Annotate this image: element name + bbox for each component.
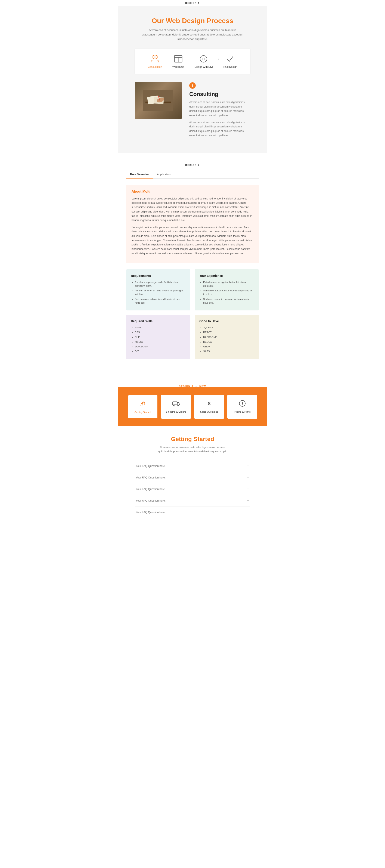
process-steps: Consultation → Wireframe → D	[135, 49, 250, 74]
hero-card-shipping-label: Shipping & Orders	[164, 410, 188, 413]
about-heading-highlight: Molti	[143, 190, 150, 193]
faq-item-1[interactable]: Your FAQ Question here. +	[135, 460, 250, 472]
faq-question-4: Your FAQ Question here.	[136, 499, 166, 502]
consulting-image	[135, 82, 182, 119]
list-item: GRUNT	[203, 345, 254, 348]
design1-subtitle: At vero eos et accusamus iusto odio dign…	[141, 28, 244, 41]
good-to-have-list: JQUERY REACT BACKBONE REDUX GRUNT SASS	[199, 326, 254, 353]
tabs: Role Overview Application	[126, 170, 259, 179]
list-item: PHP	[135, 336, 186, 339]
requirements-heading: Requirements	[131, 274, 186, 278]
getting-started-heading: Getting Started	[135, 436, 250, 442]
consulting-step-number: 1	[189, 82, 196, 89]
list-item: Est ullamcorper eget nulla facilisi etia…	[203, 280, 254, 288]
design3-hero: Getting Started Shipping & Orders	[118, 388, 267, 426]
hero-card-getting-started-label: Getting Started	[131, 411, 154, 413]
good-to-have-heading: Good to Have	[199, 319, 254, 323]
faq-question-3: Your FAQ Question here.	[136, 488, 166, 491]
list-item: HTML	[135, 326, 186, 330]
list-item: GIT	[135, 349, 186, 353]
faq-plus-4: +	[247, 498, 249, 503]
list-item: Aenean et tortor at risus viverra adipis…	[203, 289, 254, 296]
list-item: Aenean et tortor at risus viverra adipis…	[135, 289, 186, 296]
design3-label: DESIGN 3 – NEW	[118, 385, 267, 388]
faq-plus-5: +	[247, 510, 249, 515]
svg-rect-13	[173, 402, 177, 405]
hero-card-shipping[interactable]: Shipping & Orders	[161, 395, 191, 418]
list-item: JAVASCRIPT	[135, 345, 186, 348]
arrow-1: →	[165, 57, 169, 61]
about-para2: Eu feugiat pretium nibh ipsum consequat.…	[131, 225, 254, 256]
design3-header: DESIGN 3 – NEW	[118, 376, 267, 388]
title-start: Our	[152, 17, 166, 25]
list-item: JQUERY	[203, 326, 254, 330]
hero-card-pricing[interactable]: $ Pricing & Plans	[227, 395, 257, 418]
list-item: Sed arcu non odio euismod lacinia at qui…	[203, 298, 254, 305]
getting-started-icon	[131, 400, 154, 409]
gs-heading-start: Getting	[171, 436, 194, 442]
svg-point-0	[152, 56, 155, 59]
experience-heading: Your Experience	[199, 274, 254, 278]
step-divi[interactable]: D Design with Divi	[195, 54, 213, 68]
req-grid-top: Requirements Est ullamcorper eget nulla …	[126, 269, 259, 311]
step-wireframe[interactable]: Wireframe	[172, 54, 184, 68]
gs-heading-highlight: Started	[194, 436, 214, 442]
skills-card: Required Skills HTML CSS PHP MYSQL JAVAS…	[126, 315, 190, 359]
list-item: SASS	[203, 349, 254, 353]
tab-application[interactable]: Application	[153, 170, 175, 179]
step-final[interactable]: Final Design	[223, 54, 237, 68]
design1-title: Our Web Design Process	[135, 17, 250, 25]
shipping-icon	[164, 400, 188, 409]
consulting-para2: At vero eos et accusamus iusto odio dign…	[189, 120, 250, 138]
tab-role-overview[interactable]: Role Overview	[126, 170, 153, 179]
topbar-label: DESIGN 1	[185, 2, 200, 4]
step-consultation-label: Consultation	[148, 65, 162, 68]
divi-icon: D	[199, 54, 208, 64]
faq-list: Your FAQ Question here. + Your FAQ Quest…	[135, 460, 250, 518]
design3-section: DESIGN 3 – NEW Getting Started	[118, 376, 267, 525]
step-wireframe-label: Wireframe	[172, 65, 184, 68]
design2-section: DESIGN 2 Role Overview Application About…	[118, 153, 267, 376]
faq-plus-1: +	[247, 464, 249, 468]
step-divi-label: Design with Divi	[195, 65, 213, 68]
svg-text:$: $	[208, 401, 210, 406]
skills-list: HTML CSS PHP MYSQL JAVASCRIPT GIT	[131, 326, 186, 353]
step-consultation[interactable]: Consultation	[148, 54, 162, 68]
about-para1: Lorem ipsum dolor sit amet, consectetur …	[131, 196, 254, 222]
hero-card-sales[interactable]: $ Sales Questions	[194, 395, 224, 418]
list-item: CSS	[135, 331, 186, 334]
design2-label: DESIGN 2	[126, 164, 259, 166]
consulting-para1: At vero eos et accusamus iusto odio dign…	[189, 100, 250, 118]
faq-question-1: Your FAQ Question here.	[136, 465, 166, 468]
list-item: REDUX	[203, 340, 254, 344]
faq-plus-2: +	[247, 475, 249, 480]
faq-item-3[interactable]: Your FAQ Question here. +	[135, 484, 250, 495]
experience-card: Your Experience Est ullamcorper eget nul…	[195, 269, 259, 311]
wireframe-icon	[174, 54, 183, 64]
step-final-label: Final Design	[223, 65, 237, 68]
faq-item-4[interactable]: Your FAQ Question here. +	[135, 495, 250, 506]
faq-plus-3: +	[247, 487, 249, 491]
svg-text:$: $	[241, 402, 243, 405]
faq-item-5[interactable]: Your FAQ Question here. +	[135, 506, 250, 518]
experience-list: Est ullamcorper eget nulla facilisi etia…	[199, 280, 254, 305]
hero-card-getting-started[interactable]: Getting Started	[128, 395, 158, 418]
consulting-section: 1 Consulting At vero eos et accusamus iu…	[135, 82, 250, 140]
list-item: Sed arcu non odio euismod lacinia at qui…	[135, 298, 186, 305]
hero-card-sales-label: Sales Questions	[198, 410, 221, 413]
faq-item-2[interactable]: Your FAQ Question here. +	[135, 472, 250, 484]
sales-icon: $	[198, 400, 221, 409]
title-highlight: Web Design	[166, 17, 205, 25]
faq-question-2: Your FAQ Question here.	[136, 476, 166, 479]
consulting-heading: Consulting	[189, 91, 250, 97]
requirements-list: Est ullamcorper eget nulla facilisis eti…	[131, 280, 186, 305]
list-item: REACT	[203, 331, 254, 334]
arrow-3: →	[216, 57, 220, 61]
req-grid-bottom: Required Skills HTML CSS PHP MYSQL JAVAS…	[126, 315, 259, 359]
list-item: Est ullamcorper eget nulla facilisis eti…	[135, 280, 186, 288]
getting-started-subtitle: At vero eos et accusamus iusto odio dign…	[158, 445, 227, 454]
good-to-have-card: Good to Have JQUERY REACT BACKBONE REDUX…	[195, 315, 259, 359]
about-card: About Molti Lorem ipsum dolor sit amet, …	[126, 185, 259, 263]
title-end: Process	[205, 17, 233, 25]
consultation-icon	[150, 54, 160, 64]
